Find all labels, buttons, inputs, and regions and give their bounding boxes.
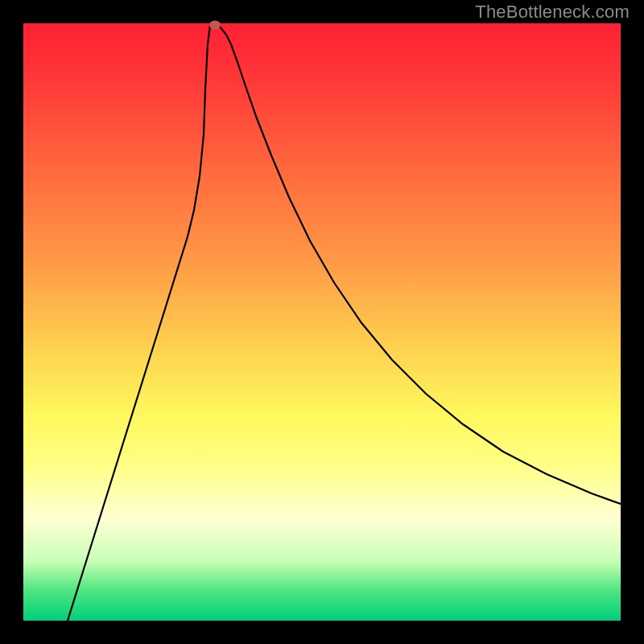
watermark-text: TheBottleneck.com [475, 2, 630, 23]
bottleneck-curve [68, 24, 621, 621]
optimum-marker [209, 21, 221, 30]
chart-frame: TheBottleneck.com [0, 0, 644, 644]
curve-layer [23, 23, 621, 621]
